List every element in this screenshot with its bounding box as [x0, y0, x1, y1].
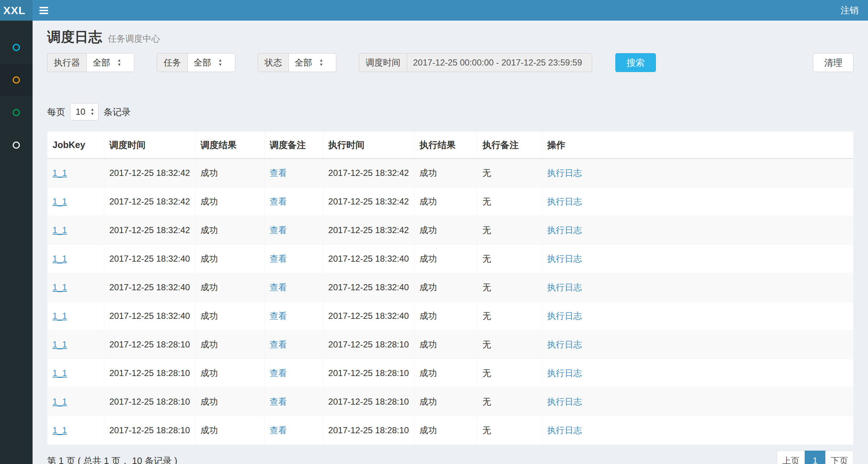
log-table: JobKey 调度时间 调度结果 调度备注 执行时间 执行结果 执行备注 操作 … — [47, 131, 854, 445]
trigger-msg-cell: 查看 — [264, 416, 323, 445]
jobkey-link[interactable]: 1_1 — [52, 282, 67, 292]
trigger-time-cell: 2017-12-25 18:28:10 — [104, 416, 195, 445]
exec-log-link[interactable]: 执行日志 — [547, 368, 582, 378]
status-label: 状态 — [258, 53, 288, 72]
jobkey-link[interactable]: 1_1 — [52, 254, 67, 263]
exec-log-link[interactable]: 执行日志 — [547, 254, 582, 263]
header-jobkey: JobKey — [47, 132, 104, 159]
clear-button[interactable]: 清理 — [813, 53, 854, 72]
exec-log-link[interactable]: 执行日志 — [547, 282, 582, 292]
app-logo: XXL — [0, 0, 33, 21]
trigger-result-cell: 成功 — [195, 388, 264, 416]
trigger-result-cell: 成功 — [195, 159, 264, 187]
view-trigger-msg-link[interactable]: 查看 — [270, 225, 287, 235]
handle-result-cell: 成功 — [414, 245, 477, 273]
table-row: 1_1 2017-12-25 18:32:40 成功 查看 2017-12-25… — [47, 302, 854, 330]
circle-icon — [13, 76, 20, 84]
handle-time-cell: 2017-12-25 18:28:10 — [323, 388, 414, 416]
table-footer: 第 1 页 ( 总共 1 页， 10 条记录 ) 上页 1 下页 — [47, 451, 854, 464]
view-trigger-msg-link[interactable]: 查看 — [270, 168, 287, 178]
circle-icon — [13, 142, 20, 149]
jobkey-link[interactable]: 1_1 — [52, 168, 67, 178]
handle-result-cell: 成功 — [414, 159, 477, 187]
exec-log-link[interactable]: 执行日志 — [547, 397, 582, 406]
handle-time-cell: 2017-12-25 18:32:40 — [323, 302, 414, 330]
handle-time-cell: 2017-12-25 18:32:42 — [323, 187, 414, 216]
sidebar-item-3[interactable] — [0, 96, 33, 129]
page-title: 调度日志 — [47, 28, 102, 46]
jobkey-link[interactable]: 1_1 — [52, 225, 67, 235]
exec-log-link[interactable]: 执行日志 — [547, 339, 582, 349]
trigger-time-cell: 2017-12-25 18:32:42 — [104, 187, 195, 216]
view-trigger-msg-link[interactable]: 查看 — [270, 368, 287, 378]
exec-log-link[interactable]: 执行日志 — [547, 225, 582, 235]
jobkey-link[interactable]: 1_1 — [52, 311, 67, 321]
exec-log-link[interactable]: 执行日志 — [547, 425, 582, 435]
handle-result-cell: 成功 — [414, 216, 477, 245]
view-trigger-msg-link[interactable]: 查看 — [270, 397, 287, 406]
trigger-time-filter-group: 调度时间 2017-12-25 00:00:00 - 2017-12-25 23… — [359, 53, 592, 72]
table-row: 1_1 2017-12-25 18:32:42 成功 查看 2017-12-25… — [47, 159, 854, 187]
jobkey-link[interactable]: 1_1 — [52, 197, 67, 206]
exec-log-link[interactable]: 执行日志 — [547, 168, 582, 178]
pagination: 上页 1 下页 — [777, 451, 854, 464]
handle-msg-cell: 无 — [477, 216, 542, 245]
jobkey-cell: 1_1 — [47, 302, 104, 330]
status-select[interactable]: 全部 ▲▼ — [288, 53, 336, 72]
prev-page-button[interactable]: 上页 — [777, 451, 805, 464]
select-arrows-icon: ▲▼ — [218, 58, 222, 67]
view-trigger-msg-link[interactable]: 查看 — [270, 282, 287, 292]
table-row: 1_1 2017-12-25 18:28:10 成功 查看 2017-12-25… — [47, 388, 854, 416]
next-page-button[interactable]: 下页 — [825, 451, 854, 464]
trigger-result-cell: 成功 — [195, 245, 264, 273]
exec-log-link[interactable]: 执行日志 — [547, 197, 582, 206]
handle-msg-cell: 无 — [477, 273, 542, 302]
current-page-button[interactable]: 1 — [805, 451, 826, 464]
jobkey-link[interactable]: 1_1 — [52, 425, 67, 435]
sidebar-item-1[interactable] — [0, 31, 33, 64]
view-trigger-msg-link[interactable]: 查看 — [270, 197, 287, 206]
trigger-result-cell: 成功 — [195, 416, 264, 445]
filter-bar: 执行器 全部 ▲▼ 任务 全部 ▲▼ 状态 全部 ▲▼ 调度时间 2017-12… — [47, 53, 854, 72]
trigger-msg-cell: 查看 — [264, 302, 323, 330]
jobkey-link[interactable]: 1_1 — [52, 397, 67, 406]
search-button[interactable]: 搜索 — [615, 53, 656, 72]
handle-msg-cell: 无 — [477, 187, 542, 216]
page-size-row: 每页 10 ▲▼ 条记录 — [47, 103, 854, 121]
trigger-msg-cell: 查看 — [264, 187, 323, 216]
jobkey-cell: 1_1 — [47, 330, 104, 359]
executor-select[interactable]: 全部 ▲▼ — [87, 53, 134, 72]
trigger-result-cell: 成功 — [195, 216, 264, 245]
jobkey-cell: 1_1 — [47, 273, 104, 302]
page-size-suffix: 条记录 — [104, 106, 131, 118]
view-trigger-msg-link[interactable]: 查看 — [270, 339, 287, 349]
view-trigger-msg-link[interactable]: 查看 — [270, 425, 287, 435]
jobkey-link[interactable]: 1_1 — [52, 339, 67, 349]
table-row: 1_1 2017-12-25 18:28:10 成功 查看 2017-12-25… — [47, 359, 854, 388]
trigger-msg-cell: 查看 — [264, 245, 323, 273]
view-trigger-msg-link[interactable]: 查看 — [270, 254, 287, 263]
header-trigger-time: 调度时间 — [104, 132, 195, 159]
job-select[interactable]: 全部 ▲▼ — [187, 53, 235, 72]
job-label: 任务 — [157, 53, 187, 72]
jobkey-link[interactable]: 1_1 — [52, 368, 67, 378]
trigger-time-range-input[interactable]: 2017-12-25 00:00:00 - 2017-12-25 23:59:5… — [407, 53, 592, 72]
sidebar-item-2-active[interactable] — [0, 64, 33, 96]
handle-result-cell: 成功 — [414, 187, 477, 216]
page-size-select[interactable]: 10 ▲▼ — [70, 103, 98, 121]
logout-link[interactable]: 注销 — [831, 0, 868, 21]
view-trigger-msg-link[interactable]: 查看 — [270, 311, 287, 321]
table-row: 1_1 2017-12-25 18:28:10 成功 查看 2017-12-25… — [47, 416, 854, 445]
sidebar-toggle-button[interactable] — [33, 0, 55, 21]
sidebar-item-4[interactable] — [0, 129, 33, 161]
handle-time-cell: 2017-12-25 18:32:40 — [323, 273, 414, 302]
exec-log-link[interactable]: 执行日志 — [547, 311, 582, 321]
handle-msg-cell: 无 — [477, 330, 542, 359]
table-row: 1_1 2017-12-25 18:28:10 成功 查看 2017-12-25… — [47, 330, 854, 359]
handle-time-cell: 2017-12-25 18:28:10 — [323, 359, 414, 388]
action-cell: 执行日志 — [542, 273, 853, 302]
status-filter-group: 状态 全部 ▲▼ — [258, 53, 336, 72]
handle-msg-cell: 无 — [477, 359, 542, 388]
trigger-result-cell: 成功 — [195, 359, 264, 388]
trigger-time-cell: 2017-12-25 18:32:40 — [104, 245, 195, 273]
